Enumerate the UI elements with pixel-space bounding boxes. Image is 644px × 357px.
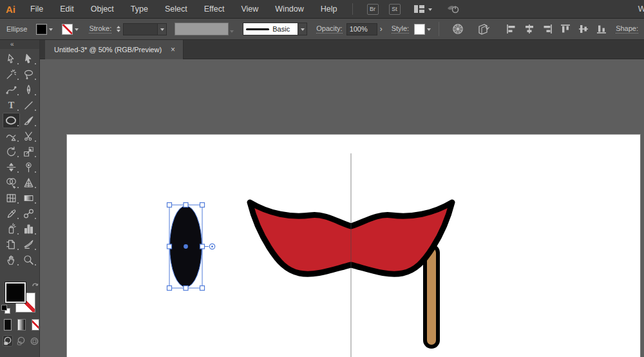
color-button[interactable] [4, 319, 12, 331]
stroke-color-swatch[interactable] [62, 24, 73, 35]
mesh-tool-icon [5, 192, 17, 204]
artwork-layer [40, 59, 644, 357]
menubar-divider [352, 3, 353, 15]
align-horizontal-center-icon[interactable] [524, 24, 535, 34]
canvas-pasteboard[interactable] [40, 59, 644, 357]
scale-tool[interactable] [20, 144, 37, 159]
mask-stick-shape[interactable] [425, 246, 438, 347]
shape-label[interactable]: Shape: [616, 24, 638, 34]
scissors-tool[interactable] [20, 128, 37, 144]
paintbrush-tool[interactable] [20, 113, 37, 128]
go-to-bridge-button[interactable]: Br [367, 4, 379, 15]
brush-definition-field[interactable]: Basic [243, 23, 298, 35]
width-tool-icon [5, 161, 17, 173]
hand-tool-icon [5, 254, 17, 266]
gpu-performance-button[interactable] [446, 3, 460, 15]
menu-window[interactable]: Window [267, 5, 312, 14]
menu-object[interactable]: Object [82, 5, 122, 14]
stroke-weight-combo[interactable] [123, 23, 167, 35]
arrange-documents-button[interactable] [477, 23, 492, 35]
menu-help[interactable]: Help [312, 5, 346, 14]
default-fill-stroke-icon[interactable] [1, 305, 10, 314]
ellipse-tool[interactable] [3, 113, 20, 128]
draw-inside-button[interactable] [29, 335, 39, 347]
line-segment-tool[interactable] [20, 97, 37, 113]
stroke-weight-label[interactable]: Stroke: [89, 24, 111, 34]
opacity-label[interactable]: Opacity: [316, 24, 342, 34]
menu-select[interactable]: Select [156, 5, 196, 14]
puppet-warp-pin-icon [23, 161, 35, 173]
selection-tool[interactable] [3, 51, 20, 66]
stepper-down-icon[interactable] [117, 30, 120, 34]
fill-color-picker[interactable] [36, 24, 53, 35]
draw-normal-button[interactable] [3, 335, 13, 347]
adobe-stock-button[interactable]: St [389, 4, 401, 15]
menu-type[interactable]: Type [122, 5, 156, 14]
lasso-tool[interactable] [20, 66, 37, 82]
shape-builder-tool[interactable] [3, 175, 20, 190]
graphic-style-swatch[interactable] [414, 24, 425, 35]
opacity-value-field[interactable]: 100% [346, 23, 377, 35]
artboard-tool[interactable] [3, 236, 20, 252]
fill-color-indicator[interactable] [5, 282, 26, 304]
control-bar: Ellipse Stroke: Basic Opacity: 100% › S [0, 19, 644, 40]
workspace-switcher[interactable] [413, 5, 432, 14]
perspective-grid-tool[interactable] [20, 175, 37, 190]
shaper-tool[interactable] [3, 128, 20, 144]
brush-definition-dropdown[interactable] [298, 23, 307, 35]
close-icon[interactable]: × [171, 45, 175, 54]
direct-selection-tool[interactable] [20, 51, 37, 66]
type-tool[interactable]: T [3, 97, 20, 113]
stroke-color-picker[interactable] [62, 24, 79, 35]
paintbrush-icon [23, 115, 35, 127]
eyedropper-tool[interactable] [3, 206, 20, 221]
magic-wand-tool[interactable] [3, 66, 20, 82]
brush-definition-combo[interactable]: Basic [234, 23, 307, 35]
stroke-weight-dropdown[interactable] [158, 23, 167, 35]
document-tab[interactable]: Untitled-3* @ 50% (RGB/Preview) × [45, 40, 184, 59]
align-bottom-icon[interactable] [596, 24, 607, 34]
menu-file[interactable]: File [22, 5, 52, 14]
gradient-button[interactable] [17, 319, 25, 331]
selection-center-point[interactable] [184, 244, 188, 249]
column-graph-tool[interactable] [20, 221, 37, 236]
menu-effect[interactable]: Effect [196, 5, 233, 14]
gradient-tool[interactable] [20, 190, 37, 206]
swap-colors-icon[interactable] [31, 280, 40, 289]
none-button[interactable] [32, 319, 39, 331]
align-vertical-center-icon[interactable] [578, 24, 589, 34]
document-tab-title: Untitled-3* @ 50% (RGB/Preview) [54, 46, 162, 53]
menu-edit[interactable]: Edit [52, 5, 82, 14]
collapse-panel-button[interactable]: « [0, 40, 39, 49]
eyedropper-icon [5, 207, 17, 220]
draw-behind-button[interactable] [16, 335, 26, 347]
width-tool[interactable] [3, 159, 20, 175]
document-tab-bar: Untitled-3* @ 50% (RGB/Preview) × [40, 40, 644, 59]
menu-view[interactable]: View [232, 5, 267, 14]
hand-tool[interactable] [3, 252, 20, 267]
perspective-grid-icon [23, 177, 35, 189]
stroke-weight-value[interactable] [123, 23, 158, 35]
illustrator-logo: Ai [0, 4, 22, 15]
slice-tool[interactable] [20, 236, 37, 252]
symbol-sprayer-tool[interactable] [3, 221, 20, 236]
rotate-tool[interactable] [3, 144, 20, 159]
align-left-icon[interactable] [506, 24, 516, 34]
stepper-up-icon[interactable] [117, 24, 120, 28]
fill-color-swatch[interactable] [36, 24, 47, 35]
mesh-tool[interactable] [3, 190, 20, 206]
graphic-style-picker[interactable] [414, 24, 431, 35]
curvature-tool[interactable] [3, 82, 20, 97]
align-right-icon[interactable] [542, 24, 553, 34]
chevron-down-icon [75, 28, 79, 33]
graphic-style-label[interactable]: Style: [392, 24, 410, 34]
pen-tool[interactable] [20, 82, 37, 97]
puppet-warp-tool[interactable] [20, 159, 37, 175]
opacity-expand-icon[interactable]: › [380, 24, 383, 34]
workspace: « T [0, 40, 644, 357]
zoom-tool[interactable] [20, 252, 37, 267]
recolor-artwork-button[interactable] [452, 23, 464, 35]
stroke-weight-stepper[interactable] [117, 24, 120, 34]
blend-tool[interactable] [20, 206, 37, 221]
align-top-icon[interactable] [560, 24, 571, 34]
